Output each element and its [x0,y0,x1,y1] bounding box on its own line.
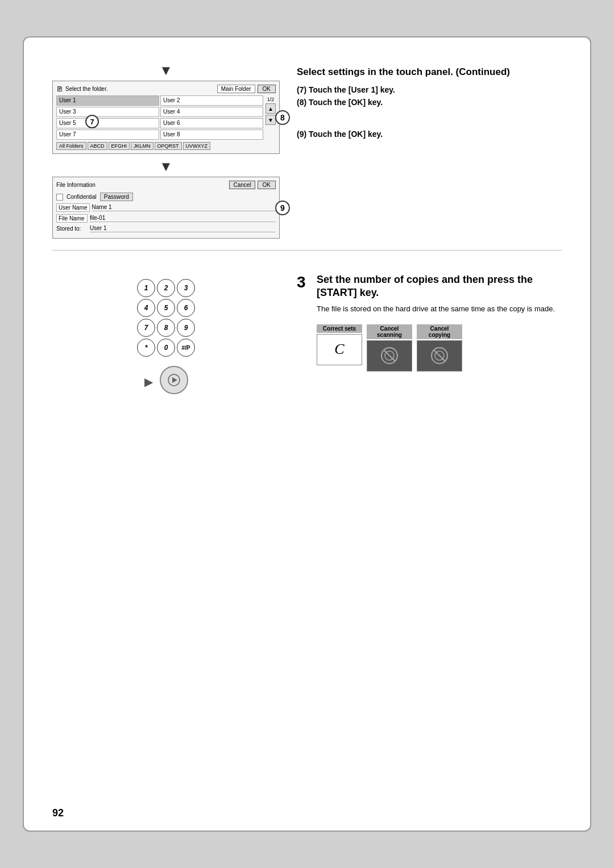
nav-down-button[interactable]: ▼ [265,115,276,125]
key-7[interactable]: 7 [137,319,155,337]
keypad: 1 2 3 4 5 6 7 8 9 * 0 #/P [137,279,195,357]
page-indicator: 1/2 [267,97,275,102]
badge-7: 7 [85,115,99,128]
cancel-copying-label: Cancel copying [417,324,462,339]
svg-line-4 [384,350,395,361]
step3-right: 3 Set the number of copies and then pres… [297,273,562,394]
action-buttons-row: Correct sets C Cancel scanning [317,324,562,372]
start-button[interactable] [160,366,188,394]
cancel-copying-button[interactable] [417,340,462,372]
correct-sets-button[interactable]: C [317,334,362,365]
key-3[interactable]: 3 [177,279,195,297]
arrow-down-2: ▼ [52,160,280,173]
folder-icon: 🖹 [56,85,63,93]
file-ok-button[interactable]: OK [258,181,276,189]
step3-left: 1 2 3 4 5 6 7 8 9 * 0 #/P ▶ [52,273,280,394]
step-9-item: (9) Touch the [OK] key. [297,130,562,139]
file-cancel-button[interactable]: Cancel [229,181,255,189]
user1-cell[interactable]: User 1 [56,95,159,106]
start-btn-area: ▶ [144,366,188,394]
step-8-item: (8) Touch the [OK] key. [297,98,562,107]
confidential-checkbox[interactable] [56,194,63,201]
page-number: 92 [52,807,64,819]
step-list: (7) Touch the [User 1] key. (8) Touch th… [297,85,562,107]
badge-8: 8 [275,110,290,125]
confidential-row: Confidential Password [56,193,276,201]
step3-heading: Set the number of copies and then press … [317,273,562,300]
folder-name-label: Main Folder [217,85,255,93]
file-panel-title: File Information [56,182,96,188]
key-6[interactable]: 6 [177,299,195,317]
storedto-row: Stored to: User 1 [56,225,276,232]
folder-tabs: All Folders ABCD EFGHI JKLMN OPQRST UVWX… [56,142,276,150]
key-5[interactable]: 5 [157,299,175,317]
folder-nav-col: 1/2 ▲ ▼ [265,95,276,142]
top-section: ▼ 🖹 Select the folder. Main Folder OK [52,60,562,239]
key-8[interactable]: 8 [157,319,175,337]
page: ▼ 🖹 Select the folder. Main Folder OK [23,36,591,832]
key-star[interactable]: * [137,339,155,357]
badge-9: 9 [275,201,290,215]
storedto-value: User 1 [90,225,276,232]
tab-abcd[interactable]: ABCD [88,142,107,150]
arrow-right-icon: ▶ [144,372,153,389]
tab-uvwxyz[interactable]: UVWXYZ [183,142,211,150]
tab-all-folders[interactable]: All Folders [56,142,86,150]
key-9[interactable]: 9 [177,319,195,337]
cancel-scanning-container: Cancel scanning [367,324,412,372]
nav-up-button[interactable]: ▲ [265,103,276,114]
filename-label: File Name [56,214,88,223]
user5-cell[interactable]: User 5 [56,118,159,128]
key-4[interactable]: 4 [137,299,155,317]
step3-section: 1 2 3 4 5 6 7 8 9 * 0 #/P ▶ [52,273,562,394]
key-2[interactable]: 2 [157,279,175,297]
file-panel-header: File Information Cancel OK [56,181,276,189]
key-0[interactable]: 0 [157,339,175,357]
filename-row: File Name file-01 [56,214,276,223]
cancel-copying-container: Cancel copying [417,324,462,372]
username-value: Name 1 [92,204,276,211]
folder-panel-wrapper: 🖹 Select the folder. Main Folder OK User… [52,81,280,154]
folder-header-right: Main Folder OK [217,85,276,93]
svg-line-7 [434,350,445,361]
folder-panel-header: 🖹 Select the folder. Main Folder OK [56,85,276,93]
step3-heading-row: 3 Set the number of copies and then pres… [297,273,562,300]
tab-opqrst[interactable]: OPQRST [155,142,182,150]
correct-sets-label: Correct sets [317,324,362,333]
key-1[interactable]: 1 [137,279,155,297]
cancel-scanning-label: Cancel scanning [367,324,412,339]
user3-cell[interactable]: User 3 [56,107,159,117]
step-8-text: Touch the [OK] key. [309,98,383,107]
tab-jklmn[interactable]: JKLMN [131,142,154,150]
tab-efghi[interactable]: EFGHI [109,142,130,150]
username-label: User Name [56,203,90,212]
section-divider [52,250,562,251]
step3-number: 3 [297,273,311,291]
section-heading: Select settings in the touch panel. (Con… [297,66,562,78]
folder-ok-button[interactable]: OK [258,85,276,93]
key-hashp[interactable]: #/P [177,339,195,357]
step-7-item: (7) Touch the [User 1] key. [297,85,562,94]
svg-marker-1 [172,377,177,383]
cancel-scanning-button[interactable] [367,340,412,372]
user2-cell[interactable]: User 2 [160,95,263,106]
storedto-label: Stored to: [56,226,88,232]
step-9-text: Touch the [OK] key. [309,130,383,139]
step3-description: The file is stored on the hard drive at … [317,304,562,313]
password-button[interactable]: Password [100,193,133,201]
user6-cell[interactable]: User 6 [160,118,263,128]
left-column: ▼ 🖹 Select the folder. Main Folder OK [52,60,280,239]
right-column: Select settings in the touch panel. (Con… [297,60,562,239]
file-panel-buttons: Cancel OK [229,181,276,189]
user7-cell[interactable]: User 7 [56,130,159,140]
file-panel-wrapper: File Information Cancel OK Confidential … [52,177,280,239]
step-7-text: Touch the [User 1] key. [309,85,395,94]
folder-panel-left: 🖹 Select the folder. [56,85,108,93]
confidential-label: Confidential [67,194,97,200]
arrow-down-1: ▼ [52,64,280,77]
correct-sets-container: Correct sets C [317,324,362,372]
folder-panel-title: Select the folder. [65,86,108,92]
filename-value: file-01 [90,215,276,222]
user4-cell[interactable]: User 4 [160,107,263,117]
user8-cell[interactable]: User 8 [160,130,263,140]
